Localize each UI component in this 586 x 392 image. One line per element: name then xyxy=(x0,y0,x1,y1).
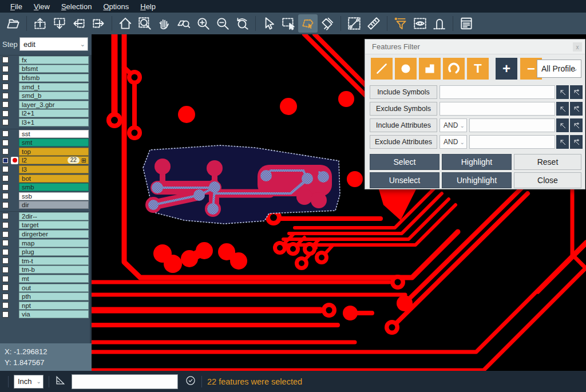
layer-label[interactable]: bfsmb xyxy=(19,74,89,82)
active-layer-indicator[interactable] xyxy=(10,292,19,301)
layer-label[interactable]: sst xyxy=(19,130,89,138)
layer-label[interactable]: layer_3.gbr xyxy=(19,101,89,109)
pick-add-symbol-icon[interactable] xyxy=(570,102,583,116)
active-layer-indicator[interactable] xyxy=(10,73,19,82)
layer-visibility-checkbox[interactable] xyxy=(0,183,10,192)
pan-right-icon[interactable] xyxy=(89,14,108,33)
active-layer-indicator[interactable] xyxy=(10,266,19,275)
step-select[interactable]: edit ⌄ xyxy=(19,37,88,51)
pad-feature-button[interactable] xyxy=(395,58,417,80)
layer-visibility-checkbox[interactable] xyxy=(0,109,10,118)
layer-label[interactable]: smd_t xyxy=(19,83,89,91)
layer-label[interactable]: smb xyxy=(19,183,89,191)
layer-visibility-checkbox[interactable] xyxy=(0,129,10,138)
text-feature-button[interactable]: T xyxy=(467,58,489,80)
active-layer-indicator[interactable] xyxy=(10,192,19,201)
active-layer-indicator[interactable] xyxy=(10,256,19,266)
layer-label[interactable]: tm-b xyxy=(19,266,89,274)
include-attributes-field[interactable] xyxy=(469,118,555,132)
zoom-out-icon[interactable] xyxy=(213,14,232,33)
layer-label[interactable]: smt xyxy=(19,138,89,146)
pick-symbol-icon[interactable] xyxy=(556,85,569,99)
close-button[interactable]: Close xyxy=(514,172,581,188)
active-layer-indicator[interactable] xyxy=(10,156,19,165)
layer-label[interactable]: map xyxy=(19,239,89,247)
layer-label[interactable]: smd_b xyxy=(19,92,89,100)
add-filter-button[interactable]: + xyxy=(496,58,517,80)
surface-feature-button[interactable] xyxy=(419,58,441,80)
rectangle-select-icon[interactable] xyxy=(279,14,298,33)
report-list-icon[interactable] xyxy=(457,14,476,33)
highlight-button[interactable]: Highlight xyxy=(442,154,512,170)
layer-visibility-checkbox[interactable] xyxy=(0,91,10,100)
active-layer-indicator[interactable] xyxy=(10,65,19,74)
layer-label[interactable]: tm-t xyxy=(19,257,89,265)
layer-visibility-checkbox[interactable] xyxy=(0,274,10,283)
close-icon[interactable]: x xyxy=(573,42,582,52)
active-layer-indicator[interactable] xyxy=(10,147,19,156)
pan-hand-icon[interactable] xyxy=(155,14,174,33)
layer-visibility-checkbox[interactable] xyxy=(0,82,10,92)
layer-visibility-checkbox[interactable] xyxy=(0,118,10,127)
layer-visibility-checkbox[interactable] xyxy=(0,65,10,74)
include-symbols-button[interactable]: Include Symbols xyxy=(370,85,437,99)
layer-visibility-checkbox[interactable] xyxy=(0,56,10,65)
layer-label[interactable]: l2+1 xyxy=(19,109,89,117)
layer-visibility-checkbox[interactable] xyxy=(0,310,10,319)
pan-down-icon[interactable] xyxy=(50,14,69,33)
exclude-symbols-button[interactable]: Exclude Symbols xyxy=(370,102,437,116)
include-attributes-button[interactable]: Include Attributes xyxy=(370,118,437,132)
layer-label[interactable]: mt xyxy=(19,275,89,283)
layer-label[interactable]: top xyxy=(19,148,89,156)
active-layer-indicator[interactable] xyxy=(10,138,19,147)
active-layer-indicator[interactable] xyxy=(10,283,19,292)
view-eye-icon[interactable] xyxy=(410,14,430,33)
active-layer-indicator[interactable] xyxy=(10,174,19,183)
menu-help[interactable]: Help xyxy=(134,1,161,12)
unhighlight-button[interactable]: Unhighlight xyxy=(442,172,512,188)
menu-selection[interactable]: Selection xyxy=(56,1,97,12)
unit-select[interactable]: Inch ⌄ xyxy=(14,375,43,389)
features-filter-icon[interactable] xyxy=(391,14,410,33)
layer-label[interactable]: bfsmt xyxy=(19,65,89,73)
home-view-icon[interactable] xyxy=(116,14,135,33)
ruler-icon[interactable] xyxy=(364,14,383,33)
active-layer-indicator[interactable] xyxy=(10,100,19,109)
menu-options[interactable]: Options xyxy=(97,1,134,12)
layer-label[interactable]: 2dir-- xyxy=(19,212,89,220)
exclude-attributes-operator[interactable]: AND⌄ xyxy=(440,135,467,149)
active-layer-indicator[interactable] xyxy=(10,129,19,138)
active-layer-indicator[interactable] xyxy=(10,229,19,239)
layer-visibility-checkbox[interactable] xyxy=(0,247,10,256)
zoom-object-icon[interactable] xyxy=(174,14,193,33)
unselect-button[interactable]: Unselect xyxy=(370,172,440,188)
pick-symbol-icon[interactable] xyxy=(556,102,569,116)
exclude-symbols-field[interactable] xyxy=(440,102,555,116)
pick-attribute-icon[interactable] xyxy=(556,118,569,132)
layer-visibility-checkbox[interactable] xyxy=(0,100,10,109)
zoom-previous-icon[interactable] xyxy=(232,14,252,33)
reset-button[interactable]: Reset xyxy=(514,154,581,170)
include-symbols-field[interactable] xyxy=(440,85,555,99)
layer-visibility-checkbox[interactable] xyxy=(0,73,10,82)
layer-visibility-checkbox[interactable] xyxy=(0,192,10,201)
menu-file[interactable]: File xyxy=(5,1,28,12)
pick-add-attribute-icon[interactable] xyxy=(570,135,583,149)
grid-icon[interactable]: ⊞ xyxy=(81,157,86,164)
active-layer-indicator[interactable] xyxy=(10,118,19,127)
include-attributes-operator[interactable]: AND⌄ xyxy=(440,118,467,132)
angle-measure-icon[interactable] xyxy=(54,375,66,389)
active-layer-indicator[interactable] xyxy=(10,91,19,100)
exclude-attributes-button[interactable]: Exclude Attributes xyxy=(370,135,437,149)
menu-view[interactable]: View xyxy=(28,1,56,12)
layer-visibility-checkbox[interactable] xyxy=(0,256,10,266)
layer-label[interactable]: dir xyxy=(19,201,89,209)
layer-visibility-checkbox[interactable] xyxy=(0,165,10,174)
polygon-select-icon[interactable] xyxy=(298,14,318,33)
pick-add-attribute-icon[interactable] xyxy=(570,118,583,132)
layer-label[interactable]: l3+1 xyxy=(19,118,89,126)
layer-visibility-checkbox[interactable] xyxy=(0,239,10,248)
active-layer-indicator[interactable] xyxy=(10,82,19,92)
zoom-area-icon[interactable] xyxy=(135,14,155,33)
command-input[interactable] xyxy=(72,374,178,389)
